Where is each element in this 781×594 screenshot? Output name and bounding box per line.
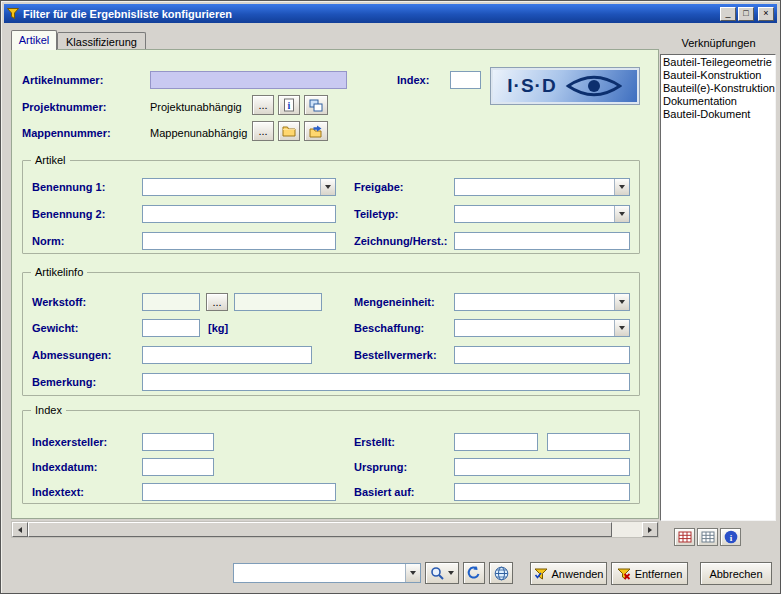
isd-logo: I·S·D [490,67,640,105]
minimize-button[interactable]: _ [720,7,736,21]
beschaffung-combo-arrow[interactable] [614,320,629,336]
filter-dialog-window: Filter für die Ergebnisliste konfigurier… [0,0,781,594]
anwenden-button[interactable]: Anwenden [530,562,607,585]
close-button[interactable]: × [758,7,774,21]
filter-funnel-icon [7,8,19,19]
norm-label: Norm: [32,235,64,247]
tab-klassifizierung[interactable]: Klassifizierung [57,32,146,49]
index-label: Index: [397,74,429,86]
werkstoff-label: Werkstoff: [32,296,86,308]
link-item[interactable]: Bauteil-Dokument [661,108,775,121]
result-info-button[interactable]: i [720,528,741,546]
bestellvermerk-label: Bestellvermerk: [354,349,437,361]
teiletyp-combo-arrow[interactable] [614,206,629,222]
link-item[interactable]: Dokumentation [661,95,775,108]
bemerkung-input[interactable] [142,373,630,391]
projektnummer-label: Projektnummer: [22,101,106,113]
basiert-auf-label: Basiert auf: [354,486,415,498]
footer-filter-combo[interactable] [233,563,421,583]
projekt-info-button[interactable]: i [278,95,300,115]
norm-input[interactable] [142,232,336,250]
projekt-structure-button[interactable] [304,95,328,115]
freigabe-combo-arrow[interactable] [614,179,629,195]
freigabe-combo[interactable] [454,178,630,196]
basiert-auf-input[interactable] [454,483,630,501]
beschaffung-combo[interactable] [454,319,630,337]
search-button[interactable] [425,562,459,584]
refresh-icon [467,566,481,580]
link-item[interactable]: Bauteil(e)-Konstruktion [661,82,775,95]
chevron-down-icon [619,212,625,216]
werkstoff-input[interactable] [142,293,200,311]
maximize-button[interactable]: □ [738,7,754,21]
result-grid-red-button[interactable] [674,528,695,546]
mengeneinheit-combo[interactable] [454,293,630,311]
mappennummer-label: Mappennummer: [22,127,111,139]
chevron-down-icon [448,571,454,575]
window-title: Filter für die Ergebnisliste konfigurier… [23,8,716,20]
artikelinfo-group-legend: Artikelinfo [31,266,87,278]
ursprung-input[interactable] [454,458,630,476]
links-panel-title: Verknüpfungen [661,37,776,49]
abbrechen-button[interactable]: Abbrechen [700,562,772,585]
bestellvermerk-input[interactable] [454,346,630,364]
scroll-left-button[interactable] [12,522,28,537]
refresh-button[interactable] [463,562,485,584]
isd-logo-text: I·S·D [507,75,556,97]
indexdatum-input[interactable] [142,458,214,476]
erstellt-input-2[interactable] [547,433,630,451]
ursprung-label: Ursprung: [354,461,407,473]
document-info-icon: i [283,98,295,112]
zeichnung-herst-input[interactable] [454,232,630,250]
mengeneinheit-label: Mengeneinheit: [354,296,435,308]
main-panel: Artikelnummer: Index: I·S·D Projektnumme… [11,49,659,519]
arrow-right-icon [648,527,652,533]
teiletyp-combo[interactable] [454,205,630,223]
entfernen-label: Entfernen [635,568,683,580]
scroll-right-button[interactable] [642,522,658,537]
link-item[interactable]: Bauteil-Teilegeometrie [661,56,775,69]
indextext-label: Indextext: [32,486,84,498]
folder-icon [282,125,296,137]
chevron-down-icon [410,571,416,575]
links-listbox[interactable]: Bauteil-Teilegeometrie Bauteil-Konstrukt… [660,54,776,521]
werkstoff-name-field [234,293,322,311]
artikelnummer-label: Artikelnummer: [22,74,103,86]
mappe-folder-button[interactable] [278,121,300,141]
isd-eye-icon [565,74,623,98]
svg-text:i: i [288,100,291,111]
indexersteller-label: Indexersteller: [32,436,107,448]
project-windows-icon [309,99,323,112]
table-gray-icon [701,531,715,543]
result-grid-button[interactable] [697,528,718,546]
globe-button[interactable] [489,562,513,584]
chevron-down-icon [325,185,331,189]
projekt-browse-button[interactable]: ... [252,95,274,115]
artikelnummer-input[interactable] [150,71,347,89]
erstellt-input-1[interactable] [454,433,538,451]
gewicht-input[interactable] [142,319,200,337]
footer-combo-arrow[interactable] [405,564,420,582]
title-bar[interactable]: Filter für die Ergebnisliste konfigurier… [4,4,777,23]
abmessungen-input[interactable] [142,346,312,364]
scroll-thumb[interactable] [28,522,612,537]
tab-artikel[interactable]: Artikel [11,30,57,50]
mappe-browse-button[interactable]: ... [252,121,274,141]
werkstoff-browse-button[interactable]: ... [206,293,228,311]
erstellt-label: Erstellt: [354,436,395,448]
gewicht-label: Gewicht: [32,322,78,334]
mengeneinheit-combo-arrow[interactable] [614,294,629,310]
index-input[interactable] [450,71,481,89]
benennung2-input[interactable] [142,205,336,223]
kg-unit-label: [kg] [208,322,228,334]
freigabe-label: Freigabe: [354,181,404,193]
benennung1-combo-arrow[interactable] [320,179,335,195]
entfernen-button[interactable]: Entfernen [611,562,688,585]
indexersteller-input[interactable] [142,433,214,451]
indextext-input[interactable] [142,483,336,501]
horizontal-scrollbar[interactable] [11,521,659,538]
window-controls: _ □ × [720,7,774,21]
mappe-link-button[interactable] [304,121,328,141]
link-item[interactable]: Bauteil-Konstruktion [661,69,775,82]
benennung1-combo[interactable] [142,178,336,196]
